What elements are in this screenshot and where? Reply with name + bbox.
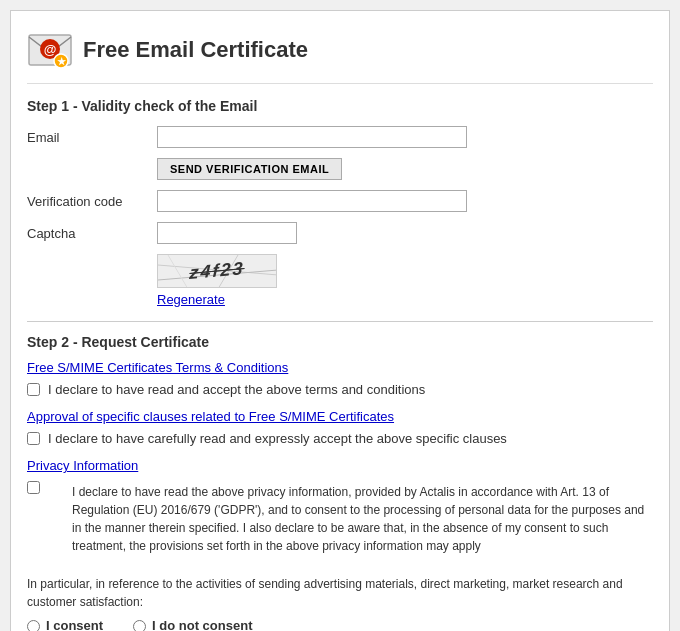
specific-clauses-checkbox[interactable]	[27, 432, 40, 445]
email-row: Email	[27, 126, 653, 148]
verification-input[interactable]	[157, 190, 467, 212]
header: @ ★ Free Email Certificate	[27, 21, 653, 84]
verification-row: Verification code	[27, 190, 653, 212]
step1-title: Step 1 - Validity check of the Email	[27, 98, 653, 114]
captcha-row: Captcha	[27, 222, 653, 244]
page-container: @ ★ Free Email Certificate Step 1 - Vali…	[10, 10, 670, 631]
email-label: Email	[27, 130, 157, 145]
terms-checkbox[interactable]	[27, 383, 40, 396]
step2-section: Step 2 - Request Certificate Free S/MIME…	[27, 334, 653, 631]
specific-clauses-checkbox-row: I declare to have carefully read and exp…	[27, 430, 653, 448]
advertising-no-consent-label: I do not consent	[152, 616, 252, 631]
specific-clauses-link[interactable]: Approval of specific clauses related to …	[27, 409, 394, 424]
privacy-checkbox-label: I declare to have read the above privacy…	[72, 483, 653, 555]
captcha-image: z4f23	[157, 254, 277, 288]
advertising-consent-option[interactable]: I consent	[27, 616, 103, 631]
step2-title: Step 2 - Request Certificate	[27, 334, 653, 350]
privacy-checkbox[interactable]	[27, 481, 40, 494]
advertising-no-consent-option[interactable]: I do not consent	[133, 616, 252, 631]
email-certificate-icon: @ ★	[27, 27, 73, 73]
svg-text:@: @	[44, 42, 57, 57]
terms-checkbox-row: I declare to have read and accept the ab…	[27, 381, 653, 399]
privacy-checkbox-row: I declare to have read the above privacy…	[27, 479, 653, 565]
advertising-consent-radio[interactable]	[27, 620, 40, 631]
advertising-section: In particular, in reference to the activ…	[27, 575, 653, 631]
regenerate-link[interactable]: Regenerate	[157, 292, 653, 307]
terms-link[interactable]: Free S/MIME Certificates Terms & Conditi…	[27, 360, 288, 375]
verification-label: Verification code	[27, 194, 157, 209]
divider	[27, 321, 653, 322]
advertising-no-consent-radio[interactable]	[133, 620, 146, 631]
privacy-link[interactable]: Privacy Information	[27, 458, 138, 473]
advertising-consent-row: I consent I do not consent	[27, 616, 653, 631]
svg-text:★: ★	[57, 56, 67, 67]
email-input[interactable]	[157, 126, 467, 148]
advertising-text: In particular, in reference to the activ…	[27, 577, 623, 609]
page-title: Free Email Certificate	[83, 37, 308, 63]
captcha-input[interactable]	[157, 222, 297, 244]
advertising-consent-label: I consent	[46, 616, 103, 631]
specific-clauses-checkbox-label: I declare to have carefully read and exp…	[48, 430, 507, 448]
send-verification-button[interactable]: SEND VERIFICATION EMAIL	[157, 158, 342, 180]
captcha-label: Captcha	[27, 226, 157, 241]
step1-section: Step 1 - Validity check of the Email Ema…	[27, 98, 653, 307]
terms-checkbox-label: I declare to have read and accept the ab…	[48, 381, 425, 399]
svg-line-7	[168, 255, 188, 288]
